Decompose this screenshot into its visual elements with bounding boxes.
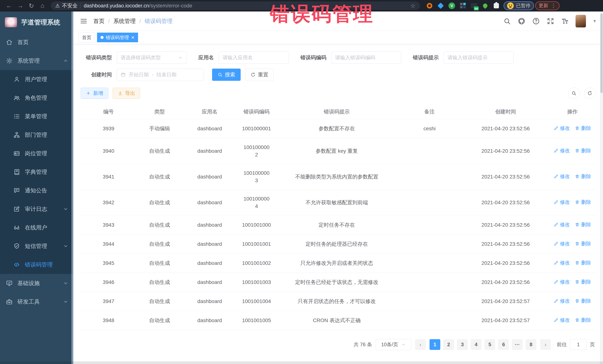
delete-link[interactable]: 删除	[575, 297, 591, 305]
reset-button[interactable]: 重置	[245, 69, 274, 81]
date-range-picker[interactable]: 开始日期 - 结束日期	[117, 69, 204, 81]
extension-gem-icon[interactable]	[436, 1, 445, 10]
sidebar-item-audit-log[interactable]: 审计日志	[0, 200, 73, 218]
extension-sprout-icon[interactable]	[481, 1, 489, 10]
tag-error-code[interactable]: 错误码管理 ×	[97, 33, 138, 42]
delete-link[interactable]: 删除	[575, 147, 591, 154]
bookmark-star-icon[interactable]: ☆	[410, 2, 416, 9]
search-icon[interactable]	[503, 17, 511, 25]
tag-close-icon[interactable]: ×	[131, 35, 135, 40]
toggle-search-button[interactable]	[568, 88, 580, 99]
reload-icon[interactable]: ↻	[26, 2, 36, 10]
delete-link[interactable]: 删除	[575, 316, 591, 324]
edit-link[interactable]: 修改	[554, 221, 570, 228]
delete-link[interactable]: 删除	[575, 124, 591, 132]
update-button[interactable]: 更新 ⋮	[535, 1, 560, 10]
menu-kebab-icon[interactable]: ⋮	[551, 3, 556, 9]
page-ellipsis[interactable]: ···	[512, 339, 523, 350]
caret-down-icon[interactable]: ▼	[593, 19, 597, 23]
extension-list-icon[interactable]: on	[470, 1, 478, 10]
hamburger-icon[interactable]	[80, 17, 88, 25]
page-button-1[interactable]: 1	[429, 339, 440, 350]
sidebar-scrollbar[interactable]	[71, 11, 73, 364]
next-page-button[interactable]: ›	[540, 339, 551, 350]
refresh-table-button[interactable]	[584, 88, 596, 99]
browser-profile-chip[interactable]: 已暂停	[504, 1, 534, 10]
cell-time: 2021-04-20 23:52:56	[462, 119, 549, 138]
edit-link[interactable]: 修改	[554, 297, 570, 305]
sidebar-item-online-users[interactable]: 在线用户	[0, 218, 73, 237]
app-logo[interactable]: 芋道管理系统	[0, 11, 73, 33]
delete-link[interactable]: 删除	[575, 240, 591, 247]
add-button[interactable]: 新增	[81, 88, 108, 99]
sidebar-item-notice-announcement[interactable]: 通知公告	[0, 181, 73, 200]
page-button-4[interactable]: 4	[471, 339, 481, 350]
delete-link[interactable]: 删除	[575, 221, 591, 228]
delete-link[interactable]: 删除	[575, 278, 591, 286]
sidebar-item-system-management[interactable]: 系统管理	[0, 52, 73, 70]
sidebar-item-dept-management[interactable]: 部门管理	[0, 126, 73, 144]
window-scrollbar[interactable]	[600, 11, 603, 364]
url-bar[interactable]: ⚠ 不安全 dashboard.yudao.iocoder.cn/system/…	[51, 1, 420, 10]
sidebar-item-dict-management[interactable]: 字典管理	[0, 163, 73, 181]
goto-page-input[interactable]	[570, 339, 587, 350]
sidebar-item-home[interactable]: 首页	[0, 33, 73, 52]
edit-link[interactable]: 修改	[554, 147, 570, 154]
prev-page-button[interactable]: ‹	[415, 339, 426, 350]
sidebar-item-dev-tools[interactable]: 研发工具	[0, 292, 73, 311]
sidebar-item-sms-management[interactable]: 短信管理	[0, 237, 73, 255]
edit-link[interactable]: 修改	[554, 259, 570, 266]
sidebar-item-user-management[interactable]: 用户管理	[0, 70, 73, 88]
extension-puzzle-icon[interactable]	[492, 1, 500, 10]
browser-home-icon[interactable]: ⌂	[37, 2, 47, 9]
cell-type: 手动编辑	[136, 119, 183, 138]
sidebar-item-post-management[interactable]: 岗位管理	[0, 144, 73, 163]
user-avatar[interactable]	[576, 15, 586, 27]
page-button-6[interactable]: 6	[498, 339, 509, 350]
sidebar-item-role-management[interactable]: 角色管理	[0, 88, 73, 107]
sidebar-item-infrastructure[interactable]: 基础设施	[0, 274, 73, 292]
tag-home[interactable]: 首页	[79, 33, 95, 42]
edit-link[interactable]: 修改	[554, 124, 570, 132]
cell-type: 自动生成	[136, 190, 183, 216]
trash-icon	[575, 222, 580, 227]
page-button-3[interactable]: 3	[457, 339, 468, 350]
page-size-select[interactable]: 10条/页	[376, 339, 411, 350]
delete-link[interactable]: 删除	[575, 259, 591, 266]
breadcrumb-home[interactable]: 首页	[93, 17, 104, 25]
extension-ring-icon[interactable]	[425, 1, 434, 10]
pencil-icon	[554, 200, 558, 205]
goto-label: 前往	[557, 341, 567, 348]
font-size-icon[interactable]	[561, 17, 569, 25]
help-icon[interactable]	[532, 17, 540, 25]
delete-link[interactable]: 删除	[575, 199, 591, 206]
back-icon[interactable]: ←	[4, 2, 14, 9]
page-button-8[interactable]: 8	[526, 339, 536, 350]
sidebar-item-menu-management[interactable]: 菜单管理	[0, 107, 73, 126]
not-secure-label[interactable]: 不安全	[62, 2, 78, 9]
url-host[interactable]: dashboard.yudao.iocoder.cn	[84, 3, 149, 9]
breadcrumb-system[interactable]: 系统管理	[113, 17, 136, 25]
error-code-input[interactable]	[335, 55, 397, 61]
edit-link[interactable]: 修改	[554, 278, 570, 286]
fullscreen-icon[interactable]	[547, 17, 554, 25]
delete-link[interactable]: 删除	[575, 173, 591, 180]
export-button[interactable]: 导出	[113, 88, 140, 99]
edit-link[interactable]: 修改	[554, 316, 570, 324]
error-msg-input[interactable]	[448, 55, 510, 61]
error-type-select[interactable]: 请选择错误码类型	[117, 52, 187, 64]
page-button-5[interactable]: 5	[485, 339, 495, 350]
sidebar-item-error-code-management[interactable]: 错误码管理	[0, 255, 73, 274]
extension-green-icon[interactable]: V	[448, 1, 456, 10]
extension-grid-icon[interactable]	[459, 1, 467, 10]
scrollbar-thumb[interactable]	[600, 13, 603, 93]
github-icon[interactable]	[518, 17, 525, 25]
edit-link[interactable]: 修改	[554, 240, 570, 247]
forward-icon[interactable]: →	[15, 2, 25, 9]
edit-link[interactable]: 修改	[554, 199, 570, 206]
search-button[interactable]: 搜索	[212, 69, 241, 81]
cell-id: 3939	[81, 119, 136, 138]
page-button-2[interactable]: 2	[443, 339, 454, 350]
app-name-input[interactable]	[223, 55, 285, 61]
edit-link[interactable]: 修改	[554, 173, 570, 180]
